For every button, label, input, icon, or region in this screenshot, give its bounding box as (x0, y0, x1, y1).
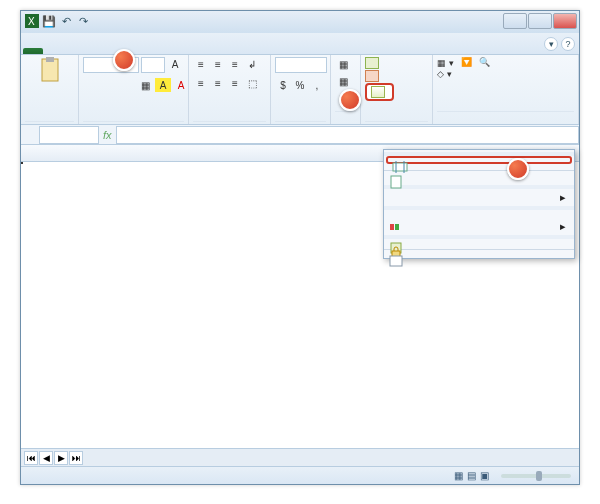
underline-button[interactable] (119, 78, 135, 92)
close-button[interactable] (553, 13, 577, 29)
group-cells (361, 55, 433, 124)
sheet-tab-bar: ⏮ ◀ ▶ ⏭ (21, 448, 579, 466)
svg-rect-3 (46, 57, 54, 62)
group-font: A ▦ A A (79, 55, 189, 124)
align-top-icon[interactable]: ≡ (193, 57, 209, 71)
currency-icon[interactable]: $ (275, 78, 291, 92)
callout-3 (507, 158, 529, 180)
menu-default-width[interactable] (384, 181, 574, 185)
svg-rect-2 (42, 59, 58, 81)
table-style-icon[interactable]: ▦ (335, 74, 351, 88)
undo-icon[interactable]: ↶ (59, 14, 73, 28)
menu-autofit-row[interactable] (384, 164, 574, 168)
paste-icon[interactable] (38, 57, 62, 85)
callout-2 (339, 89, 361, 111)
group-clipboard-label (25, 121, 74, 123)
svg-rect-7 (395, 224, 399, 230)
formula-input[interactable] (116, 126, 579, 144)
group-cells-label (365, 121, 428, 123)
clear-button[interactable]: ◇ ▾ (437, 69, 454, 79)
cond-format-icon[interactable]: ▦ (335, 57, 351, 71)
group-alignment: ≡ ≡ ≡ ↲ ≡ ≡ ≡ ⬚ (189, 55, 271, 124)
group-clipboard (21, 55, 79, 124)
format-dropdown-menu: ▸ ▸ (383, 149, 575, 259)
number-format-combo[interactable] (275, 57, 327, 73)
status-bar: ▦ ▤ ▣ (21, 466, 579, 484)
insert-cells-button[interactable] (365, 57, 394, 69)
menu-lock-cell[interactable] (384, 243, 574, 247)
delete-icon (365, 70, 379, 82)
view-layout-icon[interactable]: ▤ (467, 470, 476, 481)
menu-row-height[interactable] (386, 156, 572, 164)
app-window: X 💾 ↶ ↷ ▾ ? (20, 10, 580, 485)
selection-fill (21, 162, 23, 164)
group-editing: ▦ ▾ ◇ ▾ 🔽 🔍 (433, 55, 579, 124)
formula-bar: fx (21, 125, 579, 145)
comma-icon[interactable]: , (309, 78, 325, 92)
delete-cells-button[interactable] (365, 70, 394, 82)
fx-icon[interactable]: fx (103, 129, 112, 141)
font-color-icon[interactable]: A (173, 78, 189, 92)
font-size-combo[interactable] (141, 57, 165, 73)
menu-tab-color[interactable]: ▸ (384, 218, 574, 235)
minimize-ribbon-icon[interactable]: ▾ (544, 37, 558, 51)
title-bar: X 💾 ↶ ↷ (21, 11, 579, 33)
merge-icon[interactable]: ⬚ (244, 76, 260, 90)
insert-icon (365, 57, 379, 69)
menu-hide[interactable]: ▸ (384, 189, 574, 206)
excel-icon: X (25, 14, 39, 28)
name-box[interactable] (39, 126, 99, 144)
align-left-icon[interactable]: ≡ (193, 76, 209, 90)
zoom-slider[interactable] (501, 474, 571, 478)
percent-icon[interactable]: % (292, 78, 308, 92)
group-font-label (83, 121, 184, 123)
fill-button[interactable]: ▦ ▾ (437, 58, 454, 68)
redo-icon[interactable]: ↷ (76, 14, 90, 28)
align-bot-icon[interactable]: ≡ (227, 57, 243, 71)
ribbon: A ▦ A A ≡ ≡ ≡ ↲ (21, 55, 579, 125)
fill-color-icon[interactable]: A (155, 78, 171, 92)
find-icon[interactable]: 🔍 (479, 57, 490, 67)
minimize-button[interactable] (503, 13, 527, 29)
border-icon[interactable]: ▦ (137, 78, 153, 92)
submenu-arrow-icon: ▸ (560, 191, 566, 204)
last-sheet-icon[interactable]: ⏭ (69, 451, 83, 465)
next-sheet-icon[interactable]: ▶ (54, 451, 68, 465)
italic-button[interactable] (101, 78, 117, 92)
svg-rect-6 (390, 224, 394, 230)
tab-color-icon (388, 220, 404, 234)
align-mid-icon[interactable]: ≡ (210, 57, 226, 71)
bold-button[interactable] (83, 78, 99, 92)
first-sheet-icon[interactable]: ⏮ (24, 451, 38, 465)
increase-font-icon[interactable]: A (167, 57, 183, 71)
group-number: $ % , (271, 55, 331, 124)
format-icon (371, 86, 385, 98)
file-tab[interactable] (23, 48, 43, 54)
window-controls (503, 13, 577, 29)
help-icon[interactable]: ? (561, 37, 575, 51)
svg-text:X: X (28, 16, 35, 27)
group-number-label (275, 121, 326, 123)
ribbon-help: ▾ ? (544, 37, 575, 51)
wrap-icon[interactable]: ↲ (244, 57, 260, 71)
view-normal-icon[interactable]: ▦ (454, 470, 463, 481)
align-center-icon[interactable]: ≡ (210, 76, 226, 90)
sort-icon[interactable]: 🔽 (461, 57, 472, 67)
format-cells-icon (388, 254, 404, 268)
group-align-label (193, 121, 266, 123)
quick-access-toolbar: X 💾 ↶ ↷ (25, 14, 90, 28)
submenu-arrow-icon: ▸ (560, 220, 566, 233)
format-cells-button[interactable] (365, 83, 394, 101)
prev-sheet-icon[interactable]: ◀ (39, 451, 53, 465)
ribbon-tabs (21, 33, 579, 55)
menu-format-cells[interactable] (384, 252, 574, 256)
callout-1 (113, 49, 135, 71)
sheet-nav: ⏮ ◀ ▶ ⏭ (21, 451, 86, 465)
maximize-button[interactable] (528, 13, 552, 29)
zoom-controls: ▦ ▤ ▣ (454, 470, 575, 481)
save-icon[interactable]: 💾 (42, 14, 56, 28)
svg-rect-10 (390, 256, 402, 266)
view-break-icon[interactable]: ▣ (480, 470, 489, 481)
align-right-icon[interactable]: ≡ (227, 76, 243, 90)
